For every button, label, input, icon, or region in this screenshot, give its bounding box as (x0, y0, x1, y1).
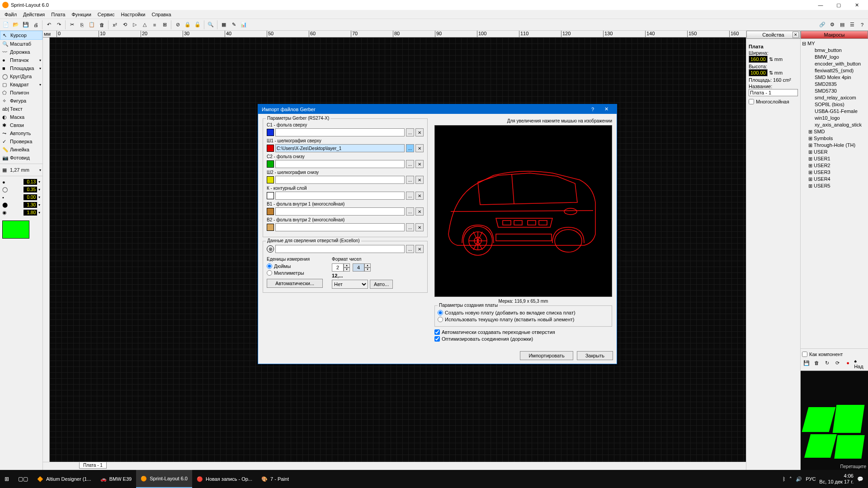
width-value[interactable]: 160.00 (749, 56, 768, 63)
tool-Круг/Дуга[interactable]: ◯Круг/Дуга (0, 72, 42, 80)
save-icon[interactable]: 💾 (21, 20, 30, 29)
lang-indicator[interactable]: РУС (806, 476, 816, 482)
settings-icon[interactable]: ⚙ (828, 20, 837, 29)
tool-Проверка[interactable]: ✓Проверка (0, 137, 42, 145)
menu-Плата[interactable]: Плата (48, 12, 68, 17)
macro-item[interactable]: win10_logo (802, 115, 867, 122)
import-button[interactable]: Импортировать (520, 351, 573, 360)
layer-file-input-2[interactable] (275, 160, 405, 168)
macro-item[interactable]: SMD2835 (802, 81, 867, 88)
tool-Квадрат[interactable]: ▢Квадрат▾ (0, 80, 42, 89)
grid-icon[interactable]: ▤ (838, 20, 847, 29)
macro-folder[interactable]: ⊞ USER (802, 149, 867, 155)
remove-icon[interactable]: ⊘ (173, 20, 182, 29)
close-panel-icon[interactable]: ✕ (793, 32, 799, 38)
units-mm-radio[interactable] (267, 270, 272, 276)
auto-units-button[interactable]: Автоматически... (267, 279, 323, 288)
paste-icon[interactable]: 📋 (87, 20, 96, 29)
snap-icon[interactable]: ⊞ (160, 20, 169, 29)
board-tab[interactable]: Плата - 1 (79, 462, 107, 469)
size-row-2[interactable]: •0.00▾ (0, 193, 42, 201)
menu-Функции[interactable]: Функции (68, 12, 94, 17)
copy-icon[interactable]: ⎘ (77, 20, 86, 29)
macro-save-icon[interactable]: 💾 (802, 358, 811, 367)
menu-Файл[interactable]: Файл (1, 12, 20, 17)
size-row-1[interactable]: ◯0.35▾ (0, 186, 42, 193)
optimize-checkbox[interactable] (434, 336, 440, 342)
print-icon[interactable]: 🖨 (31, 20, 40, 29)
lock-icon[interactable]: 🔒 (183, 20, 192, 29)
tray-up-icon[interactable]: ˄ (789, 476, 792, 482)
size-row-4[interactable]: ◉1.80▾ (0, 209, 42, 216)
fmt-auto-button[interactable]: Авто... (370, 280, 393, 289)
layer-browse-1[interactable]: ... (406, 144, 414, 152)
taskbar-app[interactable]: 🎨7 - Paint (257, 470, 293, 488)
macro-item[interactable]: SOP8L (bios) (802, 101, 867, 108)
tool-Связи[interactable]: ✱Связи (0, 121, 42, 129)
macro-tree[interactable]: ⊟ MYbmw_buttonBMW_logoencoder_with_butto… (801, 39, 868, 348)
undo-icon[interactable]: ↶ (44, 20, 53, 29)
macro-folder[interactable]: ⊞ SMD (802, 128, 867, 135)
height-value[interactable]: 100.00 (749, 69, 768, 76)
macro-item[interactable]: flexiwatt25_(smd) (802, 67, 867, 74)
macro-item[interactable]: USBA-G51-Female (802, 108, 867, 115)
unlock-icon[interactable]: 🔓 (193, 20, 202, 29)
layer-file-input-5[interactable] (275, 207, 405, 216)
macro-rotate-icon[interactable]: ⟳ (833, 358, 842, 367)
macro-folder[interactable]: ⊞ USER5 (802, 183, 867, 189)
tool-Дорожка[interactable]: 〰Дорожка (0, 48, 42, 56)
tool-Фотовид[interactable]: 📷Фотовид (0, 154, 42, 162)
clock[interactable]: 4:06 Вс, 10 дек 17 г. (819, 473, 854, 485)
grid-size[interactable]: ▦1,27 mm▾ (0, 166, 42, 174)
layer-browse-5[interactable]: ... (406, 207, 414, 216)
as-component-checkbox[interactable] (802, 352, 807, 357)
redo-icon[interactable]: ↷ (54, 20, 63, 29)
rotate-icon[interactable]: ⟲ (120, 20, 129, 29)
macro-folder[interactable]: ⊞ USER1 (802, 155, 867, 162)
board-name-input[interactable] (749, 89, 798, 96)
dialog-help-icon[interactable]: ? (586, 107, 599, 112)
close-dialog-button[interactable]: Закрыть (577, 351, 613, 360)
task-view-icon[interactable]: ▢▢ (14, 470, 33, 488)
create-new-radio[interactable] (438, 310, 443, 315)
taskbar-app[interactable]: 🚗BMW E39 (96, 470, 137, 488)
macro-item[interactable]: SMD Molex 4pin (802, 74, 867, 81)
tool-Пятачок[interactable]: ●Пятачок▾ (0, 56, 42, 64)
mirror-v-icon[interactable]: △ (140, 20, 149, 29)
layer-browse-6[interactable]: ... (406, 223, 414, 231)
taskbar-app[interactable]: 🟠Sprint-Layout 6.0 (136, 470, 192, 488)
tool-Площадка[interactable]: ■Площадка▾ (0, 64, 42, 72)
new-icon[interactable]: 📄 (1, 20, 10, 29)
menu-Сервис[interactable]: Сервис (94, 12, 118, 17)
layer-clear-5[interactable]: ✕ (415, 207, 424, 216)
drill-clear-button[interactable]: ✕ (415, 245, 424, 253)
macro-folder[interactable]: ⊞ USER2 (802, 162, 867, 169)
macro-folder[interactable]: ⊞ USER3 (802, 169, 867, 176)
layer-browse-3[interactable]: ... (406, 176, 414, 184)
layer-file-input-0[interactable] (275, 128, 405, 136)
tool-Фигура[interactable]: ✧Фигура (0, 97, 42, 105)
multilayer-checkbox[interactable] (749, 99, 754, 104)
edit-icon[interactable]: ✎ (229, 20, 238, 29)
macro-item[interactable]: SMD5730 (802, 88, 867, 94)
notifications-icon[interactable]: 💬 (857, 476, 863, 482)
layers-icon[interactable]: ▦ (219, 20, 228, 29)
link-icon[interactable]: 🔗 (818, 20, 827, 29)
start-button[interactable]: ⊞ (0, 470, 14, 488)
align-icon[interactable]: ≡ (150, 20, 159, 29)
layer-clear-0[interactable]: ✕ (415, 128, 424, 136)
layer-file-input-1[interactable] (275, 144, 405, 152)
fmt-a-input[interactable] (332, 263, 344, 272)
tool-Текст[interactable]: ab|Текст (0, 105, 42, 113)
layer-browse-0[interactable]: ... (406, 128, 414, 136)
layer-browse-2[interactable]: ... (406, 160, 414, 168)
menu-Действия[interactable]: Действия (20, 12, 48, 17)
layer-clear-6[interactable]: ✕ (415, 223, 424, 231)
macro-folder[interactable]: ⊞ USER4 (802, 176, 867, 183)
layer-clear-1[interactable]: ✕ (415, 144, 424, 152)
macro-folder[interactable]: ⊞ Symbols (802, 135, 867, 142)
dialog-close-icon[interactable]: ✕ (599, 106, 613, 112)
tool-Масштаб[interactable]: 🔍Масштаб (0, 40, 42, 48)
color-preview[interactable] (2, 221, 29, 239)
layer-clear-3[interactable]: ✕ (415, 176, 424, 184)
